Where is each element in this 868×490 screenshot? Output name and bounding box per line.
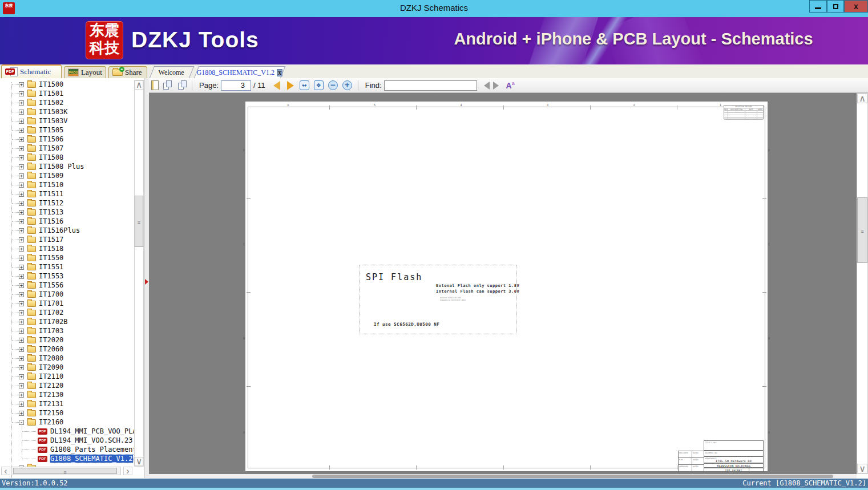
tree-folder-row[interactable]: +IT1505 xyxy=(0,125,134,135)
find-next-icon[interactable] xyxy=(493,82,499,90)
fit-width-icon[interactable]: ↔ xyxy=(300,80,309,90)
expand-icon[interactable]: + xyxy=(19,91,24,96)
expand-icon[interactable]: + xyxy=(19,137,24,142)
tab-close-icon[interactable]: x xyxy=(277,69,282,76)
tree-folder-row[interactable]: +IT1512 xyxy=(0,199,134,208)
expand-icon[interactable]: + xyxy=(19,146,24,151)
tree-vertical-scrollbar[interactable]: ∧ ≡ ∨ xyxy=(134,80,144,467)
copy-page-icon[interactable] xyxy=(163,80,173,90)
tree-folder-row[interactable]: +IT1516 xyxy=(0,217,134,226)
expand-icon[interactable]: + xyxy=(19,210,24,215)
tree-folder-row[interactable]: +IT2130 xyxy=(0,390,134,399)
expand-icon[interactable]: + xyxy=(19,173,24,179)
tree-folder-row[interactable]: +IT2120 xyxy=(0,381,134,390)
expand-icon[interactable]: + xyxy=(19,100,24,106)
tree-folder-row[interactable]: +IT1518 xyxy=(0,244,134,253)
expand-icon[interactable]: + xyxy=(19,374,24,379)
tree-folder-row[interactable]: +IT1509 xyxy=(0,171,134,180)
tree-pdf-row[interactable]: PDFDL194_MMI_VOO.SCH.23 xyxy=(0,436,134,445)
tree-folder-row[interactable]: +IT2150 xyxy=(0,408,134,418)
expand-icon[interactable]: + xyxy=(19,265,24,270)
tree-folder-row[interactable]: +IT1700 xyxy=(0,290,134,299)
expand-icon[interactable]: + xyxy=(19,256,24,261)
tree-folder-row[interactable]: +IT1510 xyxy=(0,180,134,189)
expand-icon[interactable]: + xyxy=(19,292,24,297)
tab-schematic[interactable]: PDF Schematic xyxy=(1,64,62,78)
collapse-icon[interactable]: - xyxy=(19,420,24,425)
tree-folder-row[interactable]: +IT1702B xyxy=(0,317,134,326)
expand-icon[interactable]: + xyxy=(19,347,24,352)
fit-page-icon[interactable]: ❖ xyxy=(314,80,324,90)
tree-pdf-row[interactable]: PDFDL194_MMI_PCB_VOO_PLACEMENT xyxy=(0,427,134,436)
tree-hscrollbar-thumb[interactable]: ≡ xyxy=(13,468,117,474)
close-button[interactable]: x xyxy=(844,0,868,13)
tree-folder-row[interactable]: +IT1517 xyxy=(0,235,134,244)
expand-icon[interactable]: + xyxy=(19,228,24,233)
zoom-in-icon[interactable]: + xyxy=(342,80,352,90)
tree-folder-row[interactable]: +IT1507 xyxy=(0,144,134,153)
doc-tab-welcome[interactable]: Welcome xyxy=(150,66,194,78)
tab-layout[interactable]: PADS Layout xyxy=(64,66,106,78)
next-page-button[interactable] xyxy=(287,81,294,90)
tree-folder-row[interactable]: +IT1703 xyxy=(0,326,134,335)
scroll-right-icon[interactable]: › xyxy=(123,467,132,475)
tree-folder-row[interactable]: +IT1503V xyxy=(0,116,134,125)
expand-icon[interactable]: + xyxy=(19,411,24,416)
page-number-input[interactable] xyxy=(221,80,251,91)
expand-icon[interactable]: + xyxy=(19,356,24,361)
maximize-button[interactable] xyxy=(827,0,844,13)
tree-folder-row[interactable]: +IT2080 xyxy=(0,354,134,363)
tree-folder-row[interactable]: +IT1502 xyxy=(0,98,134,107)
tree-folder-row[interactable]: +IT1556 xyxy=(0,281,134,290)
scroll-up-icon[interactable]: ∧ xyxy=(857,94,867,103)
expand-icon[interactable]: + xyxy=(19,82,24,87)
expand-icon[interactable]: + xyxy=(19,155,24,160)
tree-folder-row[interactable]: +IT1702 xyxy=(0,308,134,317)
expand-icon[interactable]: + xyxy=(19,246,24,252)
expand-icon[interactable]: + xyxy=(19,310,24,315)
tree-folder-row[interactable]: +IT1500 xyxy=(0,80,134,89)
scroll-left-icon[interactable]: ‹ xyxy=(1,467,10,475)
tree-folder-row[interactable]: +IT1516Plus xyxy=(0,226,134,235)
tree-folder-row[interactable]: +IT2020 xyxy=(0,335,134,345)
expand-icon[interactable]: + xyxy=(19,301,24,306)
tree-folder-row[interactable]: +IT1506 xyxy=(0,135,134,144)
viewer-vertical-scrollbar[interactable]: ∧ ≡ ∨ xyxy=(857,93,868,474)
expand-icon[interactable]: + xyxy=(19,392,24,398)
tree-folder-row[interactable]: +IT2131 xyxy=(0,399,134,408)
expand-icon[interactable]: + xyxy=(19,119,24,124)
find-input[interactable] xyxy=(384,80,477,91)
tree-folder-row[interactable]: +IT1550 xyxy=(0,253,134,262)
tree-folder-row[interactable]: +IT1513 xyxy=(0,208,134,217)
tree-folder-row[interactable]: -IT2160 xyxy=(0,418,134,427)
viewer-horizontal-scrollbar[interactable] xyxy=(149,474,857,479)
pdf-viewer[interactable]: 654321DDCCBBAA REVISION RECORDREVDESCRIP… xyxy=(149,93,857,474)
tree-folder-row[interactable]: +IT1701 xyxy=(0,299,134,308)
expand-icon[interactable]: + xyxy=(19,338,24,343)
tree-horizontal-scrollbar[interactable]: ≡ xyxy=(11,467,121,475)
tab-share[interactable]: + Share xyxy=(108,66,147,78)
find-previous-icon[interactable] xyxy=(484,82,490,90)
expand-icon[interactable]: + xyxy=(19,283,24,288)
tree-folder-row[interactable]: +IT1511 xyxy=(0,189,134,199)
tree-folder-row[interactable]: +IT1553 xyxy=(0,272,134,281)
match-case-icon[interactable]: Aa xyxy=(506,80,515,90)
collapse-panel-icon[interactable] xyxy=(145,279,148,285)
single-page-icon[interactable] xyxy=(151,80,159,90)
expand-icon[interactable]: + xyxy=(19,402,24,407)
copy-pages-icon[interactable] xyxy=(178,80,188,90)
tree-pdf-row[interactable]: PDFG1808_SCHEMATIC_V1.2 xyxy=(0,454,134,463)
scroll-down-icon[interactable]: ∨ xyxy=(857,464,867,473)
tree-folder-row[interactable]: +IT2060 xyxy=(0,345,134,354)
tree-scrollbar-thumb[interactable]: ≡ xyxy=(135,196,143,247)
zoom-out-icon[interactable]: − xyxy=(328,80,338,90)
tree-folder-row[interactable]: +IT1508 Plus xyxy=(0,162,134,171)
expand-icon[interactable]: + xyxy=(19,329,24,334)
tree-pdf-row[interactable]: PDFG1808_Parts Placement xyxy=(0,445,134,454)
tree-folder-row[interactable]: +IT2110 xyxy=(0,372,134,381)
minimize-button[interactable] xyxy=(809,0,827,13)
expand-icon[interactable]: + xyxy=(19,201,24,206)
scroll-down-icon[interactable]: ∨ xyxy=(135,457,143,466)
previous-page-button[interactable] xyxy=(273,81,280,90)
tree-folder-row[interactable]: +IT1508 xyxy=(0,153,134,162)
